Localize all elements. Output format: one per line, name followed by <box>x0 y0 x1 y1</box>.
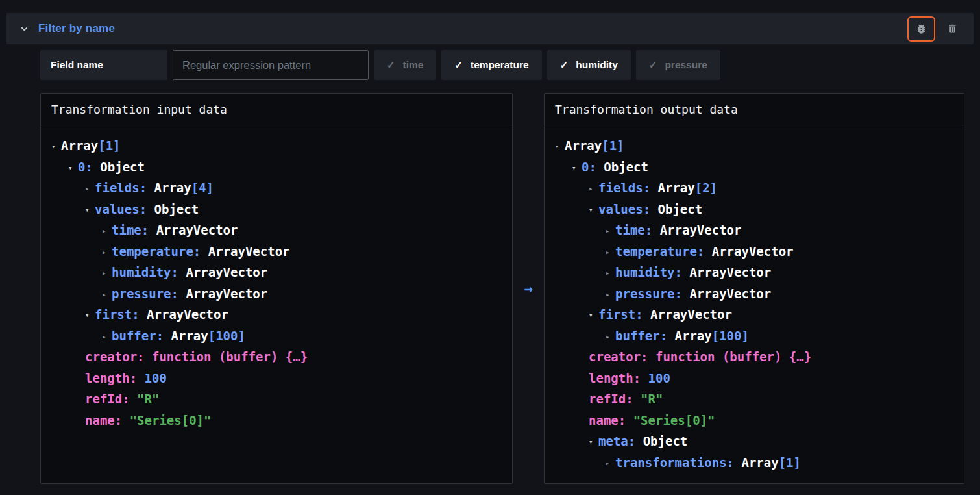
tree-line: ▸fields: Array[2] <box>555 177 953 199</box>
collapse-toggle-icon[interactable]: ▾ <box>85 305 95 327</box>
tree-token: Array <box>658 181 695 195</box>
tree-token: pressure: <box>615 286 689 301</box>
tree-token: creator: <box>85 349 152 364</box>
tree-line: ▸pressure: ArrayVector <box>51 283 502 305</box>
tree-token: pressure: <box>112 286 186 301</box>
filter-pill-label: humidity <box>576 59 618 71</box>
tree-token: [1] <box>602 138 624 153</box>
tree-line: refId: "R" <box>555 388 953 410</box>
tree-line: ▸fields: Array[4] <box>51 177 502 199</box>
tree-token: function (buffer) {…} <box>152 349 308 364</box>
tree-line: ▸transformations: Array[1] <box>555 452 953 474</box>
expand-toggle-icon[interactable]: ▸ <box>102 327 112 348</box>
tree-line: ▾values: Object <box>555 199 953 220</box>
expand-toggle-icon[interactable]: ▸ <box>606 327 615 348</box>
debug-button[interactable] <box>907 16 935 42</box>
regex-pattern-input[interactable] <box>173 50 369 80</box>
tree-token: [1] <box>779 455 801 470</box>
tree-token: [4] <box>191 181 214 195</box>
tree-line: ▸humidity: ArrayVector <box>555 262 953 283</box>
bug-icon <box>915 23 927 35</box>
field-name-label: Field name <box>40 50 167 80</box>
tree-token: 100 <box>648 371 670 385</box>
tree-token: ArrayVector <box>147 307 228 322</box>
transform-arrow-icon: → <box>513 93 544 484</box>
filter-pill-time[interactable]: ✓time <box>374 50 436 80</box>
tree-line: ▾Array[1] <box>555 135 953 157</box>
tree-token: "R" <box>641 392 663 406</box>
filter-pill-pressure[interactable]: ✓pressure <box>636 50 720 80</box>
tree-token: 0: <box>78 160 100 174</box>
tree-token: transformations: <box>615 455 741 470</box>
tree-token: ArrayVector <box>650 307 732 322</box>
tree-line: ▸buffer: Array[100] <box>555 325 953 347</box>
collapse-toggle-icon[interactable]: ▾ <box>589 305 598 327</box>
check-icon: ✓ <box>387 59 395 71</box>
expand-toggle-icon[interactable]: ▸ <box>606 242 615 264</box>
tree-token: buffer: <box>615 329 675 343</box>
tree-token: time: <box>112 223 156 237</box>
tree-token: ArrayVector <box>208 244 290 259</box>
collapse-toggle-icon[interactable]: ▾ <box>555 136 565 158</box>
tree-line: creator: function (buffer) {…} <box>555 346 953 368</box>
tree-token: 0: <box>582 160 604 174</box>
transform-header-bar: Filter by name <box>6 13 974 44</box>
tree-token: name: <box>589 413 633 427</box>
filter-pill-temperature[interactable]: ✓temperature <box>441 50 541 80</box>
delete-button[interactable] <box>943 19 962 38</box>
filter-pill-label: temperature <box>471 59 529 71</box>
expand-toggle-icon[interactable]: ▸ <box>606 453 615 475</box>
transform-header-left[interactable]: Filter by name <box>19 22 115 35</box>
expand-toggle-icon[interactable]: ▸ <box>589 179 598 200</box>
tree-token: Array <box>741 455 778 470</box>
tree-token: Array <box>675 329 712 343</box>
check-icon: ✓ <box>649 59 657 71</box>
tree-token: function (buffer) {…} <box>655 349 811 364</box>
expand-toggle-icon[interactable]: ▸ <box>102 263 112 285</box>
chevron-down-icon[interactable] <box>19 24 29 34</box>
expand-toggle-icon[interactable]: ▸ <box>102 242 112 264</box>
tree-line: ▾first: ArrayVector <box>51 304 502 325</box>
tree-token: buffer: <box>112 329 171 343</box>
transform-title[interactable]: Filter by name <box>38 22 115 35</box>
expand-toggle-icon[interactable]: ▸ <box>606 263 615 285</box>
transform-editor-content: Field name ✓time✓temperature✓humidity✓pr… <box>40 50 964 484</box>
tree-token: temperature: <box>615 244 712 259</box>
collapse-toggle-icon[interactable]: ▾ <box>589 432 598 453</box>
filter-pill-humidity[interactable]: ✓humidity <box>547 50 631 80</box>
transform-header-actions <box>907 16 962 42</box>
tree-line: creator: function (buffer) {…} <box>51 346 502 368</box>
input-json-tree: ▾Array[1]▾0: Object▸fields: Array[4]▾val… <box>41 125 512 440</box>
filter-controls-row: Field name ✓time✓temperature✓humidity✓pr… <box>40 50 964 80</box>
expand-toggle-icon[interactable]: ▸ <box>102 221 112 242</box>
tree-line: ▾0: Object <box>51 157 502 178</box>
tree-token: ArrayVector <box>689 286 771 301</box>
tree-token: name: <box>85 413 130 427</box>
tree-line: refId: "R" <box>51 388 502 410</box>
tree-token: creator: <box>589 349 655 364</box>
tree-line: name: "Series[0]" <box>555 410 953 431</box>
tree-token: "Series[0]" <box>130 413 212 427</box>
collapse-toggle-icon[interactable]: ▾ <box>51 136 61 158</box>
collapse-toggle-icon[interactable]: ▾ <box>68 158 78 179</box>
expand-toggle-icon[interactable]: ▸ <box>102 285 112 306</box>
tree-token: length: <box>589 371 648 385</box>
collapse-toggle-icon[interactable]: ▾ <box>572 158 582 179</box>
tree-token: ArrayVector <box>156 223 238 237</box>
tree-token: ArrayVector <box>689 265 771 279</box>
tree-token: first: <box>95 307 147 322</box>
expand-toggle-icon[interactable]: ▸ <box>606 285 615 306</box>
collapse-toggle-icon[interactable]: ▾ <box>85 200 95 222</box>
trash-icon <box>947 23 958 34</box>
collapse-toggle-icon[interactable]: ▾ <box>589 200 598 222</box>
tree-token: [2] <box>695 181 717 195</box>
tree-line: ▾first: ArrayVector <box>555 304 953 325</box>
tree-line: ▾0: Object <box>555 157 953 178</box>
expand-toggle-icon[interactable]: ▸ <box>85 179 95 200</box>
tree-token: refId: <box>85 392 137 406</box>
filter-pill-label: pressure <box>665 59 707 71</box>
tree-token: Array <box>61 138 98 153</box>
expand-toggle-icon[interactable]: ▸ <box>606 221 615 242</box>
tree-token: "Series[0]" <box>633 413 715 427</box>
output-data-panel: Transformation output data ▾Array[1]▾0: … <box>544 93 964 484</box>
